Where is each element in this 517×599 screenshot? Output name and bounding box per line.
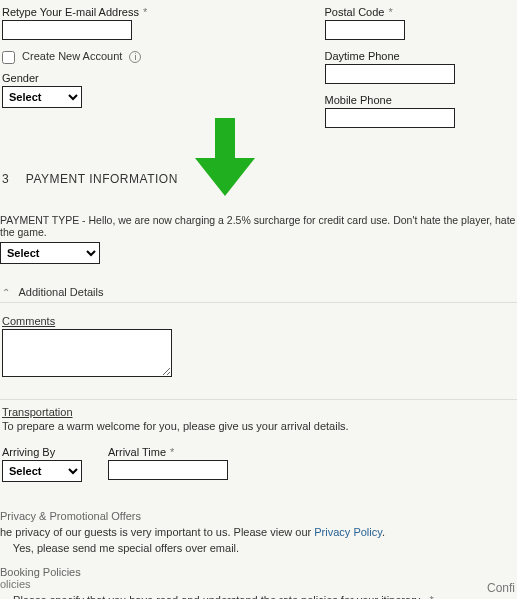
- booking-header: Booking Policies: [0, 566, 517, 578]
- section-title: PAYMENT INFORMATION: [26, 172, 178, 186]
- gender-label: Gender: [2, 72, 39, 84]
- daytime-phone-input[interactable]: [325, 64, 455, 84]
- transportation-header: Transportation: [2, 406, 73, 418]
- info-icon[interactable]: i: [129, 51, 141, 63]
- payment-type-note: PAYMENT TYPE - Hello, we are now chargin…: [0, 212, 517, 242]
- mobile-phone-label: Mobile Phone: [325, 94, 392, 106]
- booking-sub: olicies: [0, 578, 517, 590]
- required-mark: *: [143, 6, 147, 18]
- gender-select[interactable]: Select: [2, 86, 82, 108]
- section-number: 3: [2, 172, 22, 186]
- comments-label: Comments: [2, 315, 55, 327]
- required-mark: *: [430, 594, 434, 599]
- arriving-by-select[interactable]: Select: [2, 460, 82, 482]
- additional-details-label: Additional Details: [18, 286, 103, 298]
- create-account-checkbox[interactable]: [2, 51, 15, 64]
- privacy-text: he privacy of our guests is very importa…: [0, 526, 314, 538]
- mobile-phone-input[interactable]: [325, 108, 455, 128]
- required-mark: *: [170, 446, 174, 458]
- confirm-text: Confi: [487, 581, 515, 595]
- offers-label: Yes, please send me special offers over …: [13, 542, 239, 554]
- privacy-text-post: .: [382, 526, 385, 538]
- privacy-header: Privacy & Promotional Offers: [0, 510, 517, 522]
- transportation-note: To prepare a warm welcome for you, pleas…: [2, 420, 349, 432]
- privacy-policy-link[interactable]: Privacy Policy: [314, 526, 382, 538]
- postal-label: Postal Code: [325, 6, 385, 18]
- required-mark: *: [388, 6, 392, 18]
- daytime-phone-label: Daytime Phone: [325, 50, 400, 62]
- postal-input[interactable]: [325, 20, 405, 40]
- create-account-label: Create New Account: [22, 50, 122, 62]
- arrival-time-label: Arrival Time: [108, 446, 166, 458]
- caret-up-icon: ⌃: [2, 287, 16, 298]
- additional-details-toggle[interactable]: ⌃ Additional Details: [0, 282, 517, 303]
- arriving-by-label: Arriving By: [2, 446, 55, 458]
- payment-type-select[interactable]: Select: [0, 242, 100, 264]
- retype-email-input[interactable]: [2, 20, 132, 40]
- retype-email-label: Retype Your E-mail Address: [2, 6, 139, 18]
- policies-label: Please specify that you have read and un…: [13, 594, 422, 599]
- comments-textarea[interactable]: [2, 329, 172, 377]
- arrival-time-input[interactable]: [108, 460, 228, 480]
